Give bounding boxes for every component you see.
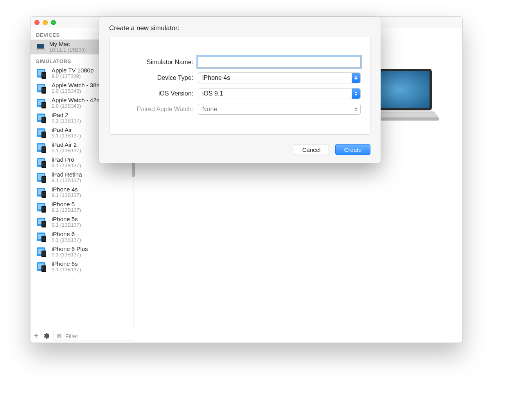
zoom-window-button[interactable] — [51, 20, 56, 25]
minimize-window-button[interactable] — [43, 20, 48, 25]
simulator-icon — [36, 127, 48, 139]
plus-icon: + — [34, 332, 39, 340]
sidebar-item-text: Apple Watch - 38mm2.0 (13S343) — [52, 82, 106, 94]
device-sub-label: 9.1 (13B137) — [52, 118, 81, 124]
simulator-icon — [36, 261, 48, 272]
add-button[interactable]: + — [34, 332, 39, 340]
simulator-icon — [36, 82, 48, 94]
sidebar-item-text: iPhone 69.1 (13B137) — [52, 231, 81, 243]
svg-rect-26 — [42, 147, 46, 152]
sidebar-bottom-bar: + — [31, 329, 133, 343]
simulator-icon — [36, 186, 48, 198]
svg-rect-30 — [42, 162, 46, 167]
svg-rect-6 — [42, 73, 46, 78]
simulator-icon — [36, 201, 48, 213]
chevron-up-down-icon — [352, 73, 360, 83]
label-ios-version: iOS Version: — [119, 90, 198, 97]
gear-icon — [43, 332, 50, 339]
chevron-up-down-icon — [352, 88, 360, 99]
device-sub-label: 2.0 (13S343) — [52, 88, 106, 94]
device-name-label: iPad Pro — [52, 156, 81, 163]
row-paired-watch: Paired Apple Watch: None — [119, 104, 361, 115]
simulator-icon — [36, 216, 48, 228]
sheet-title: Create a new simulator: — [109, 24, 370, 32]
sidebar-item-text: iPhone 5s9.1 (13B137) — [52, 216, 81, 228]
sidebar-item-simulator[interactable]: iPhone 4s9.1 (13B137) — [31, 185, 133, 200]
cancel-button[interactable]: Cancel — [294, 144, 329, 155]
svg-rect-14 — [42, 103, 46, 107]
ios-version-popup[interactable]: iOS 9.1 — [198, 88, 361, 99]
device-sub-label: 9.1 (13B137) — [52, 222, 81, 228]
actions-gear-button[interactable] — [43, 332, 50, 340]
svg-rect-54 — [42, 251, 46, 256]
device-sub-label: 9.1 (13B137) — [52, 207, 81, 213]
mac-icon — [36, 44, 45, 50]
sidebar-item-text: iPhone 6s9.1 (13B137) — [52, 260, 81, 273]
sidebar-item-text: iPhone 6 Plus9.1 (13B137) — [52, 245, 88, 258]
simulator-icon — [36, 67, 48, 79]
paired-watch-popup: None — [198, 104, 361, 115]
sidebar-item-text: My Mac 10.11.1 (15B33) — [49, 41, 86, 53]
label-paired-watch: Paired Apple Watch: — [119, 106, 198, 113]
simulator-icon — [36, 171, 48, 183]
device-type-value: iPhone 4s — [202, 74, 230, 81]
device-name-label: iPad Air — [52, 126, 81, 133]
device-sub-label: 9.1 (13B137) — [52, 148, 81, 154]
sheet-body: Simulator Name: Device Type: iPhone 4s i… — [109, 37, 370, 135]
close-window-button[interactable] — [34, 20, 40, 25]
filter-icon — [56, 333, 62, 339]
sidebar-item-simulator[interactable]: iPhone 6s9.1 (13B137) — [31, 259, 133, 274]
label-device-type: Device Type: — [119, 74, 198, 81]
sidebar-item-text: iPhone 4s9.1 (13B137) — [52, 186, 81, 198]
device-sub-label: 9.1 (13B137) — [52, 163, 81, 169]
svg-rect-34 — [42, 177, 46, 182]
svg-rect-1 — [38, 44, 44, 48]
device-sub-label: 9.1 (13B137) — [52, 252, 88, 258]
simulator-icon — [36, 112, 48, 124]
row-ios-version: iOS Version: iOS 9.1 — [119, 88, 361, 99]
device-name-label: Apple Watch - 38mm — [52, 82, 106, 88]
sidebar-item-simulator[interactable]: iPhone 59.1 (13B137) — [31, 200, 133, 215]
simulator-icon — [36, 142, 48, 153]
sidebar-item-text: iPad Retina9.1 (13B137) — [52, 171, 82, 184]
sidebar-item-simulator[interactable]: iPhone 69.1 (13B137) — [31, 229, 133, 244]
simulator-icon — [36, 246, 48, 258]
create-simulator-sheet: Create a new simulator: Simulator Name: … — [99, 17, 381, 163]
filter-input[interactable] — [65, 332, 140, 340]
sidebar-item-text: Apple Watch - 42mm2.0 (13S343) — [52, 97, 106, 109]
device-sub-label: 9.1 (13B137) — [52, 267, 81, 273]
device-type-popup[interactable]: iPhone 4s — [198, 72, 361, 83]
svg-rect-46 — [42, 222, 46, 226]
device-name-label: iPhone 5s — [52, 216, 81, 222]
sidebar-item-text: iPhone 59.1 (13B137) — [52, 201, 81, 213]
sidebar-item-simulator[interactable]: iPad Retina9.1 (13B137) — [31, 170, 133, 185]
simulator-name-input[interactable] — [198, 57, 361, 68]
sidebar-item-text: iPad Air 29.1 (13B137) — [52, 141, 81, 154]
device-sub-label: 10.11.1 (15B33) — [49, 47, 86, 53]
svg-rect-18 — [42, 117, 46, 122]
device-sub-label: 9.1 (13B137) — [52, 193, 81, 198]
device-name-label: iPhone 6 Plus — [52, 245, 88, 252]
device-name-label: iPad Air 2 — [52, 141, 81, 148]
sidebar-item-text: iPad Air9.1 (13B137) — [52, 126, 81, 139]
svg-rect-2 — [36, 49, 45, 50]
label-simulator-name: Simulator Name: — [119, 59, 198, 66]
svg-rect-50 — [42, 236, 46, 241]
simulator-icon — [36, 157, 48, 168]
row-device-type: Device Type: iPhone 4s — [119, 72, 361, 83]
device-sub-label: 2.0 (13S343) — [52, 103, 106, 109]
paired-watch-value: None — [202, 106, 217, 113]
simulator-icon — [36, 231, 48, 243]
svg-rect-22 — [42, 132, 46, 137]
device-name-label: iPhone 4s — [52, 186, 81, 193]
sidebar-item-simulator[interactable]: iPhone 6 Plus9.1 (13B137) — [31, 244, 133, 259]
filter-field[interactable] — [54, 331, 143, 341]
create-button[interactable]: Create — [335, 144, 370, 155]
device-name-label: Apple Watch - 42mm — [52, 97, 106, 103]
sidebar-item-text: iPad 29.1 (13B137) — [52, 112, 81, 124]
sidebar-item-simulator[interactable]: iPhone 5s9.1 (13B137) — [31, 215, 133, 229]
row-simulator-name: Simulator Name: — [119, 57, 361, 68]
device-sub-label: 9.1 (13B137) — [52, 133, 81, 139]
sheet-actions: Cancel Create — [109, 144, 370, 155]
device-name-label: iPhone 5 — [52, 201, 81, 207]
